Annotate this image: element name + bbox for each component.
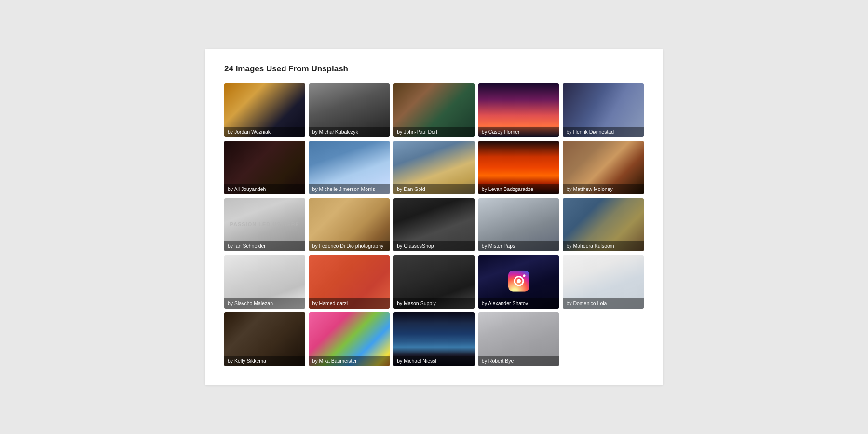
image-caption-casey: by Casey Horner [478, 127, 559, 137]
image-caption-matthew: by Matthew Moloney [563, 184, 644, 194]
image-item-kelly[interactable]: by Kelly Sikkema [224, 312, 305, 366]
image-caption-slavcho: by Slavcho Malezan [224, 298, 305, 309]
image-caption-domenico: by Domenico Loia [563, 298, 644, 309]
image-caption-ian: by Ian Schneider [224, 241, 305, 251]
image-item-johnpaul[interactable]: by John-Paul Dörf [393, 83, 475, 137]
image-item-ian[interactable]: PASSION LED US HEREby Ian Schneider [224, 198, 305, 252]
image-caption-glasses: by GlassesShop [393, 241, 475, 251]
image-item-slavcho[interactable]: by Slavcho Malezan [224, 255, 305, 309]
image-item-federico[interactable]: by Federico Di Dio photography [309, 198, 390, 252]
image-caption-ali: by Ali Jouyandeh [224, 184, 305, 194]
image-caption-johnpaul: by John-Paul Dörf [393, 127, 475, 137]
image-item-michael[interactable]: by Michael Niessl [393, 312, 475, 366]
image-caption-hamed: by Hamed darzi [309, 298, 390, 309]
image-caption-jordan: by Jordan Wozniak [224, 127, 305, 137]
image-item-maheera[interactable]: by Maheera Kulsoom [563, 198, 644, 252]
image-caption-robert: by Robert Bye [478, 356, 559, 366]
image-caption-federico: by Federico Di Dio photography [309, 241, 390, 251]
image-item-dan[interactable]: by Dan Gold [393, 141, 475, 194]
image-caption-michal: by Michał Kubalczyk [309, 127, 390, 137]
image-item-michal[interactable]: by Michał Kubalczyk [309, 83, 390, 137]
image-item-mason[interactable]: by Mason Supply [393, 255, 475, 309]
image-item-mika[interactable]: by Mika Baumeister [309, 312, 390, 366]
image-item-casey[interactable]: by Casey Horner [478, 83, 559, 137]
image-caption-michael: by Michael Niessl [393, 356, 475, 366]
image-item-domenico[interactable]: by Domenico Loia [563, 255, 644, 309]
image-caption-kelly: by Kelly Sikkema [224, 356, 305, 366]
image-caption-michelle: by Michelle Jimerson Morris [309, 184, 390, 194]
image-item-mister[interactable]: by Mister Paps [478, 198, 559, 252]
image-caption-mika: by Mika Baumeister [309, 356, 390, 366]
image-caption-mason: by Mason Supply [393, 298, 475, 309]
svg-point-3 [523, 274, 525, 277]
image-caption-maheera: by Maheera Kulsoom [563, 241, 644, 251]
main-container: 24 Images Used From Unsplash by Jordan W… [205, 49, 663, 385]
image-item-jordan[interactable]: by Jordan Wozniak [224, 83, 305, 137]
image-caption-dan: by Dan Gold [393, 184, 475, 194]
image-item-michelle[interactable]: by Michelle Jimerson Morris [309, 141, 390, 194]
image-item-henrik[interactable]: by Henrik Dønnestad [563, 83, 644, 137]
image-item-matthew[interactable]: by Matthew Moloney [563, 141, 644, 194]
image-caption-alexander: by Alexander Shatov [478, 298, 559, 309]
image-caption-mister: by Mister Paps [478, 241, 559, 251]
page-title: 24 Images Used From Unsplash [224, 64, 644, 74]
image-item-robert[interactable]: by Robert Bye [478, 312, 559, 366]
image-item-alexander[interactable]: by Alexander Shatov [478, 255, 559, 309]
svg-point-2 [517, 279, 521, 283]
image-item-hamed[interactable]: by Hamed darzi [309, 255, 390, 309]
image-caption-henrik: by Henrik Dønnestad [563, 127, 644, 137]
image-item-ali[interactable]: by Ali Jouyandeh [224, 141, 305, 194]
image-grid: by Jordan Wozniakby Michał Kubalczykby J… [224, 83, 644, 366]
image-caption-levan: by Levan Badzgaradze [478, 184, 559, 194]
image-item-glasses[interactable]: by GlassesShop [393, 198, 475, 252]
image-item-levan[interactable]: by Levan Badzgaradze [478, 141, 559, 194]
